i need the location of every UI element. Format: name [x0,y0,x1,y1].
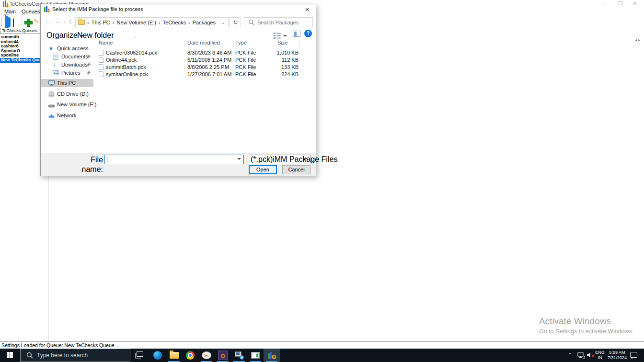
open-file-dialog: ⚙ Select the iMM Package file to process… [40,4,316,176]
crumb-separator: › [187,20,192,25]
search-icon [26,352,33,359]
network-tray-icon[interactable] [577,352,585,359]
sidebar-item-documents[interactable]: Documents [41,53,93,61]
chrome-icon [186,351,195,360]
picture-icon [53,70,59,76]
taskbar-app-chrome[interactable] [182,349,198,362]
taskbar-app-edge[interactable] [150,349,166,362]
column-headers: Name Date modified Type Size [94,40,316,48]
pin-icon [86,55,91,59]
volume-muted-icon[interactable]: ✕ [586,352,593,358]
crumb-techecks[interactable]: TeChecks [162,20,187,25]
up-icon[interactable]: ↑ [69,18,72,25]
sidebar-item-network[interactable]: Network [41,112,93,120]
taskbar-app-techecks-active[interactable]: ⚙ [264,349,280,362]
cd-drive-icon [48,91,55,97]
taskbar-search-input[interactable] [37,352,118,359]
file-icon [99,71,104,77]
crumb-packages[interactable]: Packages [192,20,217,25]
file-row[interactable]: symitarOnline.pck 1/27/2006 7:01 AM PCK … [94,71,316,78]
column-date-modified[interactable]: Date modified [187,40,220,45]
dialog-close-icon[interactable]: ✕ [300,5,314,14]
breadcrumb[interactable]: › This PC › New Volume (E:) › TeChecks ›… [75,17,229,27]
column-divider [299,40,300,47]
scroll-arrows-icon[interactable]: ◂▸ [635,38,642,42]
cancel-button[interactable]: Cancel [282,165,310,174]
crumb-separator: › [86,20,91,25]
add-queue-button[interactable] [24,19,32,26]
view-options-icon[interactable] [274,31,287,40]
action-center-icon[interactable] [630,352,637,358]
clock[interactable]: 5:59 AM7/31/2024 [607,350,628,361]
crumb-this-pc[interactable]: This PC [91,20,111,25]
file-explorer-icon [170,352,179,359]
sidebar-item-pictures[interactable]: Pictures [41,69,93,77]
search-input[interactable] [257,20,305,25]
file-row[interactable]: Cashier03062014.pck 8/30/2023 6:46 AM PC… [94,49,316,57]
toolbar-grip [1,18,2,26]
pin-icon [86,63,91,67]
history-chevron-icon[interactable]: ⌄ [63,19,66,23]
file-name-field[interactable] [104,155,244,164]
file-row[interactable]: Online44.pck 6/11/2008 1:24 PM PCK File … [94,57,316,64]
forward-icon[interactable]: → [54,18,60,25]
file-name-input[interactable] [106,156,236,163]
sidebar-item-cd-drive[interactable]: CD Drive (D:) [41,90,93,98]
sidebar-item-downloads[interactable]: ↓ Downloads [41,61,93,69]
chevron-down-icon[interactable] [237,158,241,160]
sidebar-item-quick-access[interactable]: ★ Quick access [41,45,93,53]
monitor-icon [48,80,55,86]
sidebar-item-this-pc[interactable]: This PC [41,79,93,87]
run-button[interactable] [5,18,13,26]
menu-main[interactable]: Main [4,9,16,14]
tray-expand-icon[interactable]: ⌃ [568,352,572,357]
taskbar-app-gears[interactable]: ⚙ [215,349,231,362]
preview-pane-icon[interactable] [293,31,300,37]
network-icon [48,113,55,119]
dialog-titlebar[interactable]: ⚙ Select the iMM Package file to process… [41,4,316,15]
taskbar-app-window[interactable] [247,349,264,362]
help-icon[interactable]: ? [304,30,312,37]
gears-app-icon: ⚙ [218,351,228,360]
desktop: ⚙ TeChecksCentral Settings Manager — ❐ ✕… [0,0,644,362]
dialog-logo-icon: ⚙ [44,7,50,13]
file-type-select[interactable]: (*.pck)iMM Package Files [248,155,310,164]
app-logo-icon: ⚙ [2,1,9,8]
menu-queues[interactable]: Queues [22,9,40,14]
new-folder-button[interactable]: New folder [77,31,114,40]
crumb-new-volume[interactable]: New Volume (E:) [115,20,157,25]
task-view-icon[interactable] [135,351,143,359]
column-name[interactable]: Name [99,40,113,45]
column-type[interactable]: Type [235,40,247,45]
taskbar-app-pc-search[interactable] [231,349,247,362]
back-icon[interactable]: ← [45,18,51,25]
open-button[interactable]: Open [249,165,277,174]
chevron-down-icon [304,158,308,160]
close-window-button[interactable]: ✕ [628,0,642,7]
document-icon [53,54,59,60]
pin-icon [86,71,91,75]
refresh-icon[interactable]: ↻ [230,17,241,27]
file-row[interactable]: summitBatch.pck 8/8/2006 2:25 PM PCK Fil… [94,64,316,71]
drive-icon [48,103,55,109]
column-size[interactable]: Size [277,40,288,45]
start-button[interactable] [0,349,20,362]
language-indicator[interactable]: ENGIN [595,350,605,361]
minimize-button[interactable]: — [597,0,611,7]
dialog-title: Select the iMM Package file to process [52,6,143,12]
app-statusbar: Settings Loaded for Queue: New TeChecks … [0,341,644,349]
crumb-separator: › [157,20,162,25]
taskbar-app-explorer[interactable] [166,349,182,362]
stop-button[interactable] [13,19,21,26]
sidebar-item-new-volume[interactable]: New Volume (E:) [41,101,93,109]
breadcrumb-dropdown-icon[interactable]: ⌄ [221,20,228,25]
search-box[interactable] [244,17,313,27]
maximize-button[interactable]: ❐ [613,0,628,7]
column-divider [275,40,275,47]
file-name-label: File name: [69,155,103,174]
file-icon [99,50,104,56]
chevron-down-icon [283,35,287,37]
download-arrow-icon: ↓ [53,61,59,67]
taskbar-app-snip[interactable]: ✂ [198,349,215,362]
taskbar-search[interactable] [20,349,130,362]
